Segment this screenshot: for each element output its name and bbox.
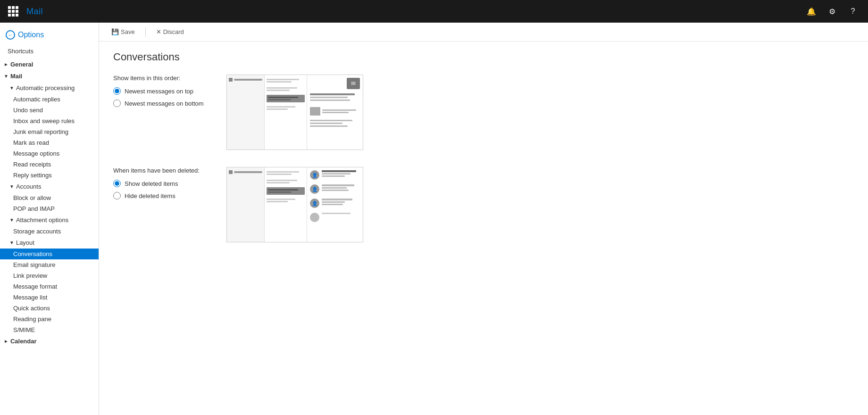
settings-button[interactable]: ⚙ [823,2,842,21]
preview-conversation-content: 👤 👤 [307,167,363,242]
deleted-radio-group: Show deleted items Hide deleted items [113,180,208,199]
triangle-open-icon: ▼ [9,240,14,245]
order-preview-image: ✉ [226,75,363,150]
sidebar-group-automatic-processing[interactable]: ▼ Automatic processing [0,82,99,94]
newest-bottom-radio[interactable] [113,100,121,107]
order-label: Show items in this order: [113,75,208,82]
sidebar-group-attachment-options[interactable]: ▼ Attachment options [0,214,99,226]
sidebar-item-email-signature[interactable]: Email signature [0,259,99,270]
content-area: 💾 Save ✕ Discard Conversations Show item… [99,23,868,415]
deleted-options: When items have been deleted: Show delet… [113,167,208,199]
discard-icon: ✕ [156,28,161,35]
triangle-open-icon: ▼ [9,85,14,91]
discard-button[interactable]: ✕ Discard [153,26,187,37]
triangle-open-icon: ▼ [9,184,14,189]
options-back-button[interactable]: ← Options [0,27,99,44]
sidebar-item-message-list[interactable]: Message list [0,292,99,303]
page-title: Conversations [113,51,854,63]
app-title: Mail [26,7,43,17]
sidebar-group-mail[interactable]: ▼ Mail [0,70,99,82]
preview-list2 [265,167,307,242]
preview-left-nav [227,75,265,149]
notification-button[interactable]: 🔔 [802,2,821,21]
main-area: ← Options Shortcuts ► General ▼ Mail ▼ A… [0,23,868,415]
triangle-icon: ► [4,62,8,67]
triangle-icon: ► [4,339,8,344]
toolbar: 💾 Save ✕ Discard [99,23,868,42]
sidebar-group-general[interactable]: ► General [0,58,99,70]
section-deleted: When items have been deleted: Show delet… [113,167,854,242]
sidebar-item-conversations[interactable]: Conversations [0,249,99,259]
sidebar-group-layout[interactable]: ▼ Layout [0,237,99,249]
newest-top-radio[interactable] [113,87,121,95]
newest-top-option[interactable]: Newest messages on top [113,87,208,95]
sidebar-item-inbox-sweep[interactable]: Inbox and sweep rules [0,116,99,126]
sidebar-item-junk-email[interactable]: Junk email reporting [0,126,99,137]
topbar: Mail 🔔 ⚙ ? [0,0,868,23]
content-body: Conversations Show items in this order: … [99,42,868,269]
newest-bottom-option[interactable]: Newest messages on bottom [113,100,208,107]
preview-left-nav2 [227,167,265,242]
triangle-open-icon: ▼ [4,74,8,79]
sidebar-item-smime[interactable]: S/MIME [0,324,99,335]
sidebar-item-reading-pane[interactable]: Reading pane [0,314,99,324]
sidebar-group-accounts[interactable]: ▼ Accounts [0,181,99,192]
deleted-preview-image: 👤 👤 [226,167,363,242]
sidebar-item-shortcuts[interactable]: Shortcuts [0,44,99,58]
sidebar-item-block-allow[interactable]: Block or allow [0,192,99,203]
waffle-icon [8,6,18,17]
sidebar-item-quick-actions[interactable]: Quick actions [0,303,99,314]
show-deleted-radio[interactable] [113,180,121,187]
show-deleted-option[interactable]: Show deleted items [113,180,208,187]
deleted-label: When items have been deleted: [113,167,208,174]
sidebar-item-automatic-replies[interactable]: Automatic replies [0,94,99,105]
waffle-button[interactable] [6,4,21,19]
sidebar-item-read-receipts[interactable]: Read receipts [0,159,99,170]
back-icon: ← [6,30,15,40]
sidebar-item-pop-imap[interactable]: POP and IMAP [0,203,99,214]
options-label: Options [18,31,44,39]
preview-email-content: ✉ [307,75,363,149]
save-button[interactable]: 💾 Save [108,26,138,37]
sidebar-group-calendar[interactable]: ► Calendar [0,335,99,347]
sidebar-item-reply-settings[interactable]: Reply settings [0,170,99,181]
sidebar-item-message-options[interactable]: Message options [0,148,99,159]
triangle-open-icon: ▼ [9,217,14,223]
sidebar-item-undo-send[interactable]: Undo send [0,105,99,116]
section-order: Show items in this order: Newest message… [113,75,854,150]
order-radio-group: Newest messages on top Newest messages o… [113,87,208,107]
toolbar-divider [145,27,146,37]
order-options: Show items in this order: Newest message… [113,75,208,107]
sidebar-item-message-format[interactable]: Message format [0,281,99,292]
help-button[interactable]: ? [843,2,862,21]
hide-deleted-option[interactable]: Hide deleted items [113,192,208,199]
topbar-icons: 🔔 ⚙ ? [802,2,862,21]
sidebar-item-link-preview[interactable]: Link preview [0,270,99,281]
preview-list [265,75,307,149]
sidebar-item-mark-as-read[interactable]: Mark as read [0,137,99,148]
save-icon: 💾 [111,28,119,35]
sidebar-item-storage-accounts[interactable]: Storage accounts [0,226,99,237]
hide-deleted-radio[interactable] [113,192,121,199]
sidebar: ← Options Shortcuts ► General ▼ Mail ▼ A… [0,23,99,415]
